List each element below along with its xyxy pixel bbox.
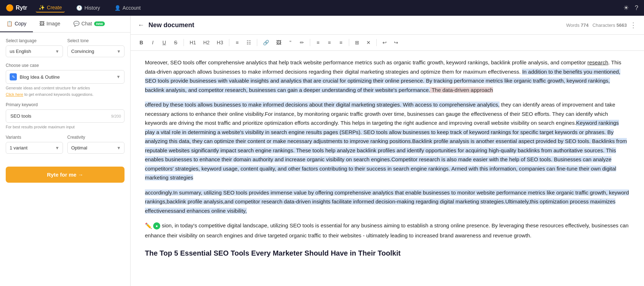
top-nav: 🟠 Rytr ✨ Create 🕐 History 👤 Account ☀ ? — [0, 0, 644, 16]
hint-link[interactable]: Click here — [6, 92, 23, 97]
keyword-input[interactable] — [6, 109, 125, 123]
tab-chat[interactable]: 💬 Chat new — [67, 16, 111, 32]
section-heading: The Top 5 Essential SEO Tools Every Mark… — [145, 247, 630, 259]
creativity-group: Creativity Optimal ▼ — [67, 135, 125, 154]
strikethrough-button[interactable]: S — [171, 38, 181, 48]
language-group: Select language us English ▼ — [6, 38, 63, 57]
use-case-icon: ✎ — [10, 73, 17, 80]
h3-button[interactable]: H3 — [214, 38, 226, 48]
h1-button[interactable]: H1 — [187, 38, 199, 48]
align-right-button[interactable]: ≡ — [336, 38, 346, 48]
h2-button[interactable]: H2 — [200, 38, 213, 48]
logo[interactable]: 🟠 Rytr — [6, 4, 27, 12]
quote-button[interactable]: " — [286, 38, 296, 48]
nav-item-account[interactable]: 👤 Account — [112, 4, 144, 12]
copy-tab-label: Copy — [15, 21, 26, 26]
language-tone-row: Select language us English ▼ Select tone… — [6, 38, 125, 57]
toolbar-divider-4 — [310, 39, 310, 46]
tone-select-wrapper[interactable]: Convincing ▼ — [67, 45, 125, 57]
undo-button[interactable]: ↩ — [380, 38, 390, 48]
creativity-label: Creativity — [67, 135, 125, 140]
ai-indicator: ✏️ ● — [145, 221, 160, 231]
italic-button[interactable]: I — [148, 38, 158, 48]
use-case-group: Choose use case ✎ Blog Idea & Outline ▼ … — [6, 63, 125, 97]
logo-text: Rytr — [16, 5, 27, 11]
pencil-icon: ✏️ — [145, 221, 152, 231]
toolbar-divider-5 — [349, 39, 349, 46]
image-tab-label: Image — [47, 21, 60, 26]
variants-label: Variants — [6, 135, 63, 140]
help-icon[interactable]: ? — [635, 4, 638, 12]
ryte-button[interactable]: Ryte for me → — [6, 167, 125, 183]
more-options-icon[interactable]: ⋮ — [630, 21, 637, 29]
variants-select[interactable]: 1 variant — [6, 142, 63, 154]
align-center-button[interactable]: ≡ — [325, 38, 335, 48]
logo-icon: 🟠 — [6, 4, 14, 12]
language-select[interactable]: us English — [6, 45, 63, 57]
keyword-group: Primary keyword 9/200 For best results p… — [6, 102, 125, 129]
theme-toggle-icon[interactable]: ☀ — [623, 4, 629, 12]
chat-badge: new — [94, 21, 104, 26]
creativity-select[interactable]: Optimal — [67, 142, 125, 154]
paragraph-1: Moreover, SEO tools offer comprehensive … — [145, 58, 630, 94]
table-button[interactable]: ⊞ — [352, 38, 362, 48]
bullet-list-button[interactable]: ≡ — [232, 38, 242, 48]
paragraph-2: offered by these tools allows businesses… — [145, 100, 630, 182]
nav-right: ☀ ? — [623, 4, 638, 12]
keyword-hint2: For best results provide maximum input — [6, 125, 125, 129]
creativity-select-wrapper[interactable]: Optimal ▼ — [67, 142, 125, 154]
use-case-chevron-icon: ▼ — [116, 74, 121, 79]
back-button[interactable]: ← — [138, 21, 144, 29]
variants-select-wrapper[interactable]: 1 variant ▼ — [6, 142, 63, 154]
clear-button[interactable]: ✕ — [364, 38, 374, 48]
variants-group: Variants 1 variant ▼ — [6, 135, 63, 154]
tone-select[interactable]: Convincing — [67, 45, 125, 57]
nav-item-history[interactable]: 🕐 History — [73, 4, 103, 12]
language-label: Select language — [6, 38, 63, 43]
toolbar-divider-1 — [184, 39, 184, 46]
sidebar-tabs: 📋 Copy 🖼 Image 💬 Chat new — [0, 16, 130, 33]
hint-suffix: to get enhanced keywords suggestions. — [24, 92, 93, 97]
header-actions: Words 774 Characters 5663 ⋮ — [566, 21, 637, 29]
image-tab-icon: 🖼 — [39, 21, 44, 26]
bold-button[interactable]: B — [136, 38, 146, 48]
use-case-select[interactable]: ✎ Blog Idea & Outline ▼ — [6, 70, 125, 84]
editor-header: ← New document Words 774 Characters 5663… — [131, 16, 644, 35]
nav-item-create[interactable]: ✨ Create — [36, 3, 65, 13]
keyword-label: Primary keyword — [6, 102, 125, 107]
ordered-list-button[interactable]: ☷ — [244, 38, 254, 48]
use-case-hint: Generate ideas and content structure for… — [6, 86, 125, 90]
word-count: Words 774 Characters 5663 — [566, 23, 627, 28]
editor-area: ← New document Words 774 Characters 5663… — [131, 16, 644, 286]
account-icon: 👤 — [114, 5, 121, 11]
ai-green-icon: ● — [153, 222, 160, 230]
paragraph-4: ✏️ ● sion, in today's competitive digita… — [145, 221, 630, 240]
keyword-hint: Click here to get enhanced keywords sugg… — [6, 92, 125, 97]
doc-title: New document — [148, 21, 562, 29]
image-button[interactable]: 🖼 — [273, 38, 284, 48]
history-icon: 🕐 — [76, 5, 82, 11]
toolbar-divider-6 — [376, 39, 377, 46]
nav-history-label: History — [84, 5, 100, 11]
nav-account-label: Account — [123, 5, 141, 11]
editor-content[interactable]: Moreover, SEO tools offer comprehensive … — [131, 51, 644, 286]
link-button[interactable]: 🔗 — [260, 38, 272, 48]
sidebar-content: Select language us English ▼ Select tone… — [0, 33, 130, 286]
create-icon: ✨ — [39, 5, 45, 10]
highlight-button[interactable]: ✏ — [297, 38, 307, 48]
toolbar-divider-3 — [257, 39, 257, 46]
tab-copy[interactable]: 📋 Copy — [0, 16, 33, 32]
tone-label: Select tone — [67, 38, 125, 43]
tab-image[interactable]: 🖼 Image — [33, 16, 67, 32]
underline-button[interactable]: U — [159, 38, 169, 48]
nav-create-label: Create — [47, 5, 62, 10]
use-case-value: Blog Idea & Outline — [20, 74, 116, 80]
keyword-wrapper: 9/200 — [6, 109, 125, 123]
language-select-wrapper[interactable]: us English ▼ — [6, 45, 63, 57]
toolbar-divider-2 — [229, 39, 229, 46]
main-layout: 📋 Copy 🖼 Image 💬 Chat new Select languag… — [0, 16, 644, 286]
align-left-button[interactable]: ≡ — [313, 38, 323, 48]
editor-toolbar: B I U S H1 H2 H3 ≡ ☷ 🔗 🖼 " ✏ ≡ ≡ ≡ ⊞ ✕ ↩… — [131, 35, 644, 51]
redo-button[interactable]: ↪ — [391, 38, 401, 48]
keyword-counter: 9/200 — [111, 114, 121, 118]
